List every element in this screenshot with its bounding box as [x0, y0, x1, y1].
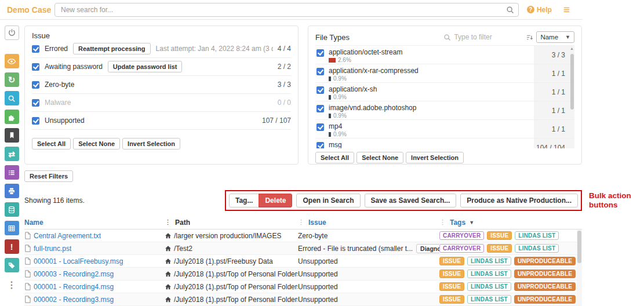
file-type-row: msg 104 / 104 — [315, 139, 574, 148]
sidebar-data-button[interactable] — [5, 202, 19, 217]
file-type-checkbox[interactable] — [316, 142, 324, 148]
document-icon — [24, 232, 31, 239]
column-header-path[interactable]: ⋮Path — [165, 218, 298, 227]
scrollbar-thumb[interactable] — [577, 231, 581, 263]
case-name[interactable]: Demo Case — [7, 5, 54, 14]
file-path: /July2018 (1).pst/Top of Personal Folder… — [174, 270, 298, 278]
column-header-name[interactable]: Name — [24, 218, 165, 227]
file-type-checkbox[interactable] — [316, 123, 324, 131]
table-scrollbar[interactable] — [577, 230, 582, 306]
scrollbar-thumb[interactable] — [570, 54, 574, 110]
file-type-percent: 0.9% — [333, 131, 347, 137]
tag-badge: LINDAS LIST — [467, 295, 511, 304]
filetypes-invert-selection-button[interactable]: Invert Selection — [406, 152, 464, 163]
issue-label: Unsupported — [45, 116, 85, 125]
column-header-tags[interactable]: ⋮Tags▼ — [439, 218, 582, 227]
file-type-checkbox[interactable] — [316, 105, 324, 112]
table-row[interactable]: 000001 - LocalFreebusy.msg /July2018 (1)… — [24, 255, 582, 268]
tag-badge: UNPRODUCEABLE — [514, 282, 576, 291]
transfer-arrows-icon: ⇄ — [8, 150, 15, 159]
issue-count: 3 / 3 — [273, 81, 291, 89]
save-as-saved-search-button[interactable]: Save as Saved Search... — [365, 194, 457, 207]
sidebar-saved-button[interactable] — [5, 128, 19, 143]
power-icon — [8, 28, 16, 37]
sidebar-addons-button[interactable] — [5, 110, 19, 124]
sidebar-review-button[interactable] — [5, 54, 19, 68]
file-name-link[interactable]: 000001 - LocalFreebusy.msg — [34, 257, 123, 265]
file-name-link[interactable]: Central Agreement.txt — [34, 232, 101, 240]
table-row[interactable]: 000003 - Recording2.msg /July2018 (1).ps… — [24, 268, 582, 280]
issue-invert-selection-button[interactable]: Invert Selection — [122, 138, 180, 150]
tags-dropdown-icon[interactable]: ▼ — [469, 220, 474, 225]
help-link[interactable]: ? Help — [527, 6, 552, 14]
zero-byte-checkbox[interactable] — [32, 81, 39, 89]
file-path: /July2018 (1).pst/Top of Personal Folder… — [174, 296, 298, 304]
unsupported-checkbox[interactable] — [32, 117, 39, 125]
delete-button[interactable]: Delete — [259, 194, 292, 207]
table-row[interactable]: 000001 - Recording4.msg /July2018 (1).ps… — [24, 280, 582, 293]
sidebar-power-button[interactable] — [5, 26, 19, 40]
sidebar-more-button[interactable]: ⋮ — [5, 278, 19, 292]
sidebar-errors-button[interactable]: ! — [5, 239, 19, 254]
issue-row-malware: Malware 0 / 0 — [32, 94, 291, 112]
column-grip-icon[interactable]: ⋮ — [298, 218, 304, 226]
column-grip-icon[interactable]: ⋮ — [165, 218, 171, 226]
column-header-issue[interactable]: ⋮Issue — [298, 218, 439, 227]
sort-by-select[interactable]: Name ▼ — [536, 31, 574, 43]
sidebar-search-button[interactable] — [5, 91, 19, 105]
sidebar-tags-button[interactable] — [5, 258, 19, 272]
file-type-filter — [443, 33, 518, 41]
chevron-down-icon: ▼ — [565, 34, 570, 40]
results-table: Name ⋮Path ⋮Issue ⋮Tags▼ Central Agreeme… — [24, 216, 582, 306]
file-type-name: mp4 — [329, 122, 347, 130]
issue-select-all-button[interactable]: Select All — [32, 138, 71, 150]
menu-icon[interactable]: ≡ — [563, 4, 570, 15]
file-type-count: 1 / 1 — [534, 101, 574, 119]
sidebar-list-button[interactable] — [5, 165, 19, 180]
table-body: Central Agreement.txt /larger version pr… — [24, 230, 582, 306]
file-path: /larger version production/IMAGES — [174, 232, 281, 240]
tag-button[interactable]: Tag... — [229, 194, 259, 207]
file-name-link[interactable]: 000002 - Recording3.msg — [34, 296, 114, 304]
puzzle-icon — [8, 113, 16, 121]
open-in-search-button[interactable]: Open in Search — [296, 194, 360, 207]
file-path: /July2018 (1).pst/Freebusy Data — [174, 257, 273, 265]
table-header-row: Name ⋮Path ⋮Issue ⋮Tags▼ — [24, 216, 582, 230]
diagnose-button[interactable]: Diagnose... — [416, 244, 439, 253]
filetypes-select-all-button[interactable]: Select All — [315, 152, 354, 163]
file-type-checkbox[interactable] — [316, 68, 324, 75]
sidebar-print-button[interactable] — [5, 184, 19, 198]
file-path: /July2018 (1).pst/Top of Personal Folder… — [174, 283, 298, 291]
file-name-link[interactable]: full-trunc.pst — [34, 245, 71, 253]
file-type-checkbox[interactable] — [316, 86, 324, 94]
percentage-bar — [329, 95, 331, 100]
filetypes-select-none-button[interactable]: Select None — [356, 152, 403, 163]
table-row[interactable]: full-trunc.pst /Test2 Errored - File is … — [24, 242, 582, 255]
table-row[interactable]: 000002 - Recording3.msg /July2018 (1).ps… — [24, 293, 582, 306]
issue-label: Malware — [45, 99, 71, 107]
produce-as-native-production-button[interactable]: Produce as Native Production... — [460, 194, 578, 207]
file-name-link[interactable]: 000003 - Recording2.msg — [34, 270, 114, 278]
malware-checkbox[interactable] — [32, 99, 39, 107]
file-name-link[interactable]: 000001 - Recording4.msg — [34, 283, 114, 291]
search-input[interactable] — [54, 3, 519, 17]
file-types-scrollbar[interactable]: ▲ — [569, 46, 574, 148]
search-icon[interactable] — [506, 6, 514, 16]
column-grip-icon[interactable]: ⋮ — [439, 218, 446, 226]
scroll-up-icon[interactable]: ▲ — [570, 46, 574, 50]
sidebar-processing-button[interactable]: ↻ — [5, 72, 19, 87]
errored-checkbox[interactable] — [32, 45, 39, 53]
file-type-row: image/vnd.adobe.photoshop 0.9% 1 / 1 — [315, 101, 574, 120]
update-password-list-button[interactable]: Update password list — [108, 61, 183, 72]
sidebar-table-button[interactable] — [5, 221, 19, 235]
table-row[interactable]: Central Agreement.txt /larger version pr… — [24, 230, 582, 242]
reattempt-processing-button[interactable]: Reattempt processing — [73, 43, 151, 54]
awaiting-password-checkbox[interactable] — [32, 63, 39, 71]
file-type-filter-input[interactable] — [454, 33, 518, 41]
sidebar-transfer-button[interactable]: ⇄ — [5, 147, 19, 161]
reset-filters-button[interactable]: Reset Filters — [24, 170, 73, 182]
file-type-percent: 0.9% — [333, 112, 347, 119]
file-type-checkbox[interactable] — [316, 49, 324, 57]
issue-count: 107 / 107 — [257, 116, 291, 125]
issue-select-none-button[interactable]: Select None — [73, 138, 120, 150]
